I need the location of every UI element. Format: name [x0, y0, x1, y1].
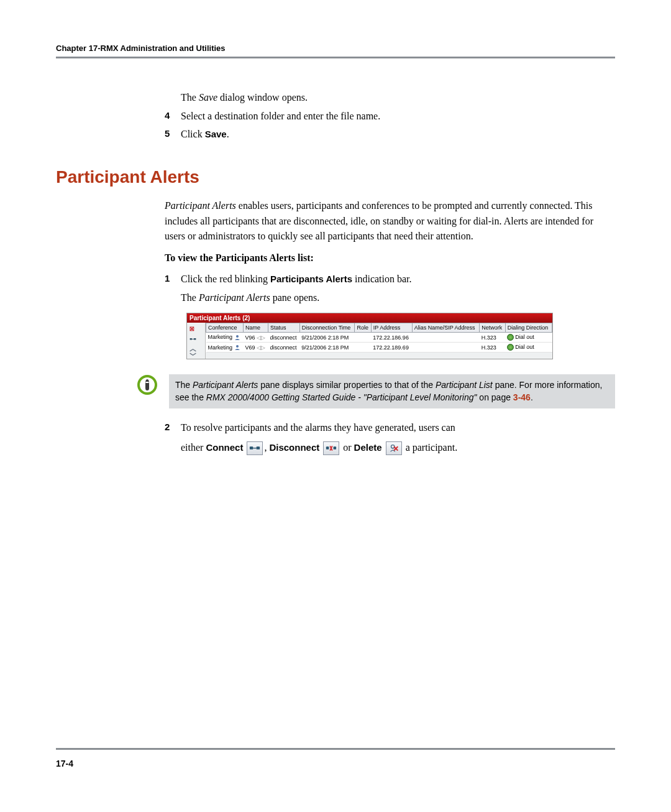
svg-point-6 — [236, 335, 239, 338]
dial-out-icon — [507, 344, 514, 351]
svg-point-7 — [236, 345, 239, 348]
col-conference: Conference — [206, 323, 244, 333]
col-network: Network — [480, 323, 505, 333]
info-icon — [137, 374, 158, 398]
step-number-4: 4 — [165, 108, 181, 124]
section-heading: Participant Alerts — [56, 167, 615, 187]
to-view-label: To view the Participants Alerts list: — [165, 251, 615, 266]
svg-rect-9 — [146, 382, 149, 383]
step-number-2: 2 — [165, 420, 181, 455]
col-status: Status — [268, 323, 300, 333]
svg-rect-12 — [253, 448, 257, 448]
step-2-text: To resolve participants and the alarms t… — [181, 420, 615, 455]
svg-rect-5 — [191, 339, 193, 339]
col-role: Role — [355, 323, 371, 333]
participant-alerts-screenshot: Participant Alerts (2) Conference — [186, 313, 553, 359]
table-row: Marketing V69 ◁▷ disconnect 9/21/2006 2:… — [206, 343, 552, 353]
table-row: Marketing V96 ◁▷ disconnect 9/21/2006 2:… — [206, 333, 552, 343]
screenshot-title-bar: Participant Alerts (2) — [187, 313, 552, 323]
svg-rect-11 — [257, 447, 260, 450]
svg-rect-13 — [326, 447, 329, 450]
header-rule — [56, 57, 615, 58]
chapter-header: Chapter 17-RMX Administration and Utilit… — [56, 44, 615, 53]
step-number-1: 1 — [165, 271, 181, 287]
step-1-text: Click the red blinking Participants Aler… — [181, 271, 615, 287]
step-number-5: 5 — [165, 126, 181, 142]
step-1b-text: The Participant Alerts pane opens. — [181, 290, 615, 306]
dial-out-icon — [507, 334, 514, 341]
page-number: 17-4 — [56, 759, 73, 768]
intro-line: The Save dialog window opens. — [181, 90, 615, 106]
delete-button-icon — [386, 441, 402, 455]
disconnect-button-icon — [323, 441, 339, 455]
delete-icon — [188, 325, 197, 334]
col-name: Name — [244, 323, 268, 333]
note-box: The Participant Alerts pane displays sim… — [169, 374, 615, 408]
col-disconnection-time: Disconnection Time — [299, 323, 355, 333]
step-5-text: Click Save. — [181, 126, 615, 142]
step-4-text: Select a destination folder and enter th… — [181, 108, 615, 124]
alerts-table: Conference Name Status Disconnection Tim… — [206, 323, 552, 353]
expand-icon — [188, 348, 197, 356]
connect-icon — [188, 335, 197, 344]
screenshot-toolbar — [187, 323, 206, 359]
col-dialing: Dialing Direction — [505, 323, 552, 333]
svg-rect-4 — [194, 338, 196, 339]
section-intro: Participant Alerts enables users, partic… — [165, 198, 615, 244]
svg-rect-14 — [334, 447, 337, 450]
footer-rule — [56, 748, 615, 750]
svg-rect-10 — [250, 447, 253, 450]
col-alias: Alias Name/SIP Address — [412, 323, 480, 333]
table-header-row: Conference Name Status Disconnection Tim… — [206, 323, 552, 333]
connect-button-icon — [247, 441, 263, 455]
svg-rect-3 — [189, 338, 191, 339]
col-ip: IP Address — [371, 323, 412, 333]
